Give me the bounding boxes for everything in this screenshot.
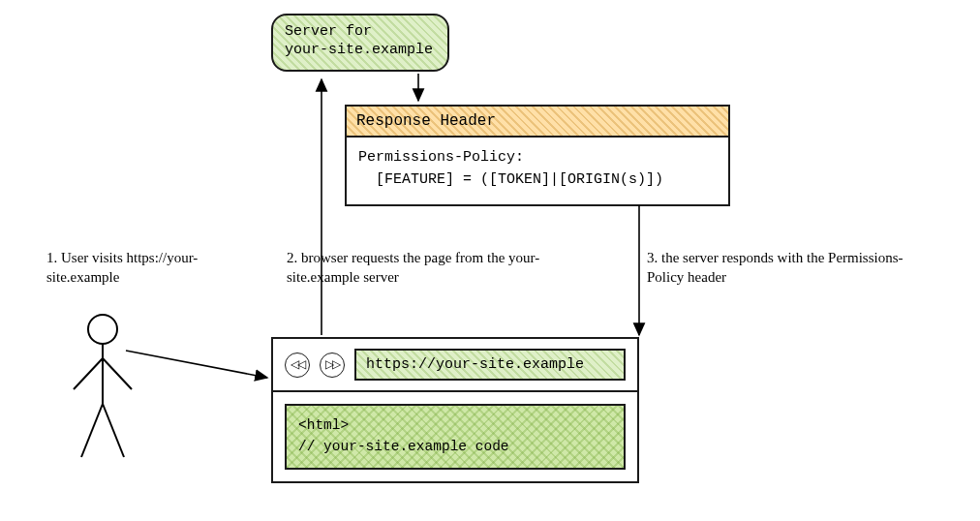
svg-line-3	[103, 358, 132, 389]
diagram-root: { "server": { "line1": "Server for", "li…	[0, 0, 980, 521]
svg-line-2	[74, 358, 103, 389]
code-line2: // your-site.example code	[298, 439, 509, 454]
browser-viewport: <html> // your-site.example code	[273, 392, 637, 481]
server-box: Server for your-site.example	[271, 14, 449, 72]
svg-line-5	[103, 404, 124, 457]
svg-point-0	[88, 315, 117, 344]
server-label-line2: your-site.example	[285, 42, 433, 58]
fast-forward-icon: ▷▷	[325, 357, 339, 372]
response-header-body: Permissions-Policy: [FEATURE] = ([TOKEN]…	[347, 138, 728, 204]
browser-window: ◁◁ ▷▷ https://your-site.example <html> /…	[271, 337, 639, 483]
address-bar-text: https://your-site.example	[366, 356, 584, 373]
response-header-title: Response Header	[347, 107, 728, 138]
arrow-user-to-browser	[126, 351, 267, 378]
server-label-line1: Server for	[285, 23, 372, 40]
svg-line-4	[81, 404, 103, 457]
user-icon	[64, 312, 141, 467]
forward-button[interactable]: ▷▷	[320, 352, 345, 378]
step-3-label: 3. the server responds with the Permissi…	[647, 248, 918, 288]
response-line1: Permissions-Policy:	[358, 149, 524, 166]
step-1-label: 1. User visits https://your-site.example	[46, 248, 260, 288]
page-code-box: <html> // your-site.example code	[285, 404, 626, 470]
code-line1: <html>	[298, 417, 349, 433]
back-button[interactable]: ◁◁	[285, 352, 310, 378]
browser-toolbar: ◁◁ ▷▷ https://your-site.example	[273, 339, 637, 392]
response-header-box: Response Header Permissions-Policy: [FEA…	[345, 105, 730, 206]
step-2-label: 2. browser requests the page from the yo…	[287, 248, 577, 288]
address-bar[interactable]: https://your-site.example	[354, 349, 626, 381]
response-line2: [FEATURE] = ([TOKEN]|[ORIGIN(s)])	[358, 169, 717, 192]
rewind-icon: ◁◁	[291, 357, 304, 372]
